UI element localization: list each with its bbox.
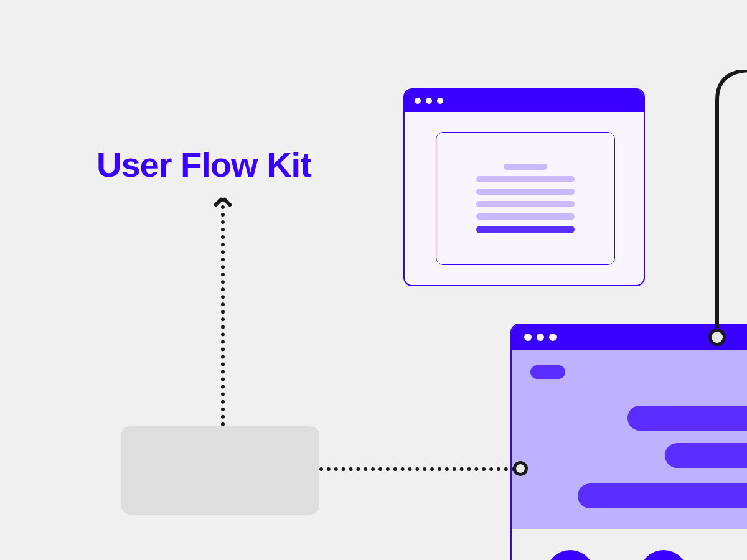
text-line-placeholder-emphasis — [476, 226, 575, 233]
connector-endpoint-circle-icon — [708, 329, 726, 346]
window-control-dot-icon — [524, 334, 532, 341]
content-bar-placeholder — [627, 406, 747, 431]
pill-placeholder — [530, 365, 565, 379]
connector-endpoint-circle-icon — [513, 461, 528, 476]
placeholder-card — [121, 426, 319, 515]
circle-placeholder — [639, 550, 688, 560]
browser-window-modal — [403, 88, 645, 286]
page-title: User Flow Kit — [96, 144, 311, 185]
window-control-dot-icon — [549, 334, 557, 341]
window-titlebar — [405, 90, 644, 112]
content-bar-placeholder — [665, 443, 747, 468]
circle-placeholder — [546, 550, 594, 560]
text-line-placeholder — [476, 213, 575, 220]
bottom-panel — [512, 529, 747, 560]
content-bar-placeholder — [578, 483, 747, 508]
connector-dotted-horizontal — [319, 467, 515, 471]
window-control-dot-icon — [437, 98, 443, 104]
arrow-up-icon — [213, 193, 233, 205]
window-control-dot-icon — [426, 98, 432, 104]
browser-window-content — [510, 324, 747, 560]
connector-dotted-vertical — [221, 198, 225, 426]
text-line-placeholder — [476, 189, 575, 195]
window-control-dot-icon — [537, 334, 544, 341]
modal-box — [436, 132, 615, 265]
text-line-placeholder — [504, 164, 547, 170]
text-line-placeholder — [476, 201, 575, 207]
text-line-placeholder — [476, 176, 575, 182]
window-control-dot-icon — [415, 98, 421, 104]
connector-solid-curve — [702, 70, 747, 328]
